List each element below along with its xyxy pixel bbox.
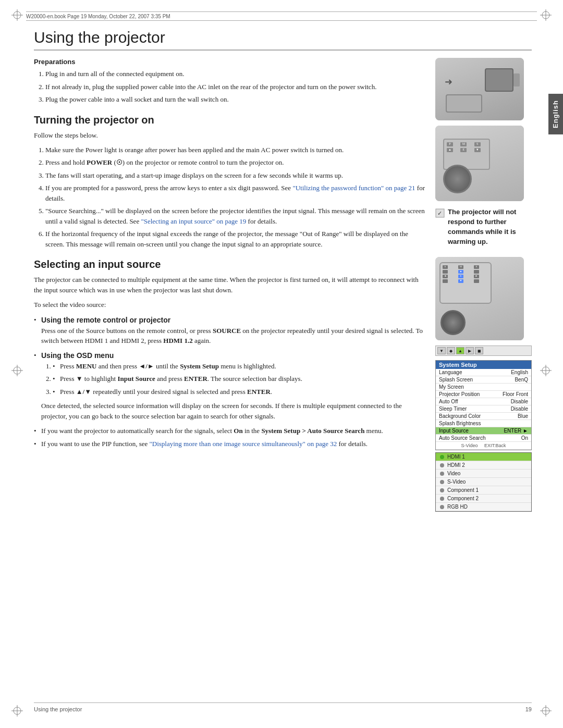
- corner-br: [540, 705, 552, 717]
- turn-step-1: Make sure the Power light is orange afte…: [45, 145, 425, 155]
- osd-menu-screenshot: ▼ ◆ ▲ ▶ ◼ System Setup LanguageEnglish S…: [435, 346, 532, 512]
- selecting-input-section: Selecting an input source The projector …: [34, 258, 425, 449]
- prep-step-2: If not already in, plug the supplied pow…: [45, 82, 425, 92]
- selecting-input-intro: The projector can be connected to multip…: [34, 275, 425, 295]
- pip-bullet: If you want to use the PIP function, see…: [34, 439, 425, 449]
- image-projector-remote: S M E ▲ ◄ E ► ▼: [435, 257, 524, 340]
- preparations-list: Plug in and turn all of the connected eq…: [45, 69, 425, 105]
- source-component2: Component 2: [436, 495, 531, 503]
- osd-step-3: Press ▲/▼ repeatedly until your desired …: [53, 387, 425, 397]
- header-text: W20000-en.book Page 19 Monday, October 2…: [26, 14, 170, 19]
- icon-4: ▶: [466, 347, 474, 354]
- note-box: ✓ The projector will not respond to furt…: [435, 207, 532, 246]
- osd-row-input: Input SourceENTER ►: [436, 427, 531, 435]
- turn-step-6: If the horizontal frequency of the input…: [45, 229, 425, 249]
- osd-row-my-screen: My Screen: [436, 384, 531, 391]
- icon-1: ▼: [437, 347, 446, 354]
- footer-bar: Using the projector 19: [34, 702, 532, 712]
- source-dot-svideo: [440, 480, 444, 484]
- source-dot-rgbhd: [440, 505, 444, 509]
- turning-on-steps: Make sure the Power light is orange afte…: [45, 145, 425, 250]
- additional-bullets: If you want the projector to automatical…: [34, 426, 425, 449]
- source-rgbhd: RGB HD: [436, 503, 531, 511]
- osd-row-auto-off: Auto OffDisable: [436, 398, 531, 405]
- prep-step-1: Plug in and turn all of the connected eq…: [45, 69, 425, 79]
- corner-tl: [11, 9, 23, 21]
- remote-control-heading: Using the remote control or projector: [41, 316, 170, 324]
- osd-container: System Setup LanguageEnglish Splash Scre…: [435, 360, 532, 450]
- page-title: Using the projector: [34, 29, 532, 51]
- note-icon: ✓: [435, 208, 445, 220]
- selecting-input-heading: Selecting an input source: [34, 258, 425, 270]
- osd-row-language: LanguageEnglish: [436, 369, 531, 376]
- source-dot-comp2: [440, 497, 444, 501]
- auto-search-bullet: If you want the projector to automatical…: [34, 426, 425, 436]
- english-tab: English: [548, 94, 563, 134]
- osd-menu-heading: Using the OSD menu: [41, 351, 114, 360]
- turning-on-intro: Follow the steps below.: [34, 130, 425, 141]
- source-dot-hdmi2: [440, 463, 444, 467]
- remote-control-list: Using the remote control or projector Pr…: [34, 315, 425, 346]
- note-text: The projector will not respond to furthe…: [448, 207, 532, 246]
- osd-row-brightness: Splash Brightness: [436, 420, 531, 427]
- icon-2: ◆: [447, 347, 455, 354]
- icon-3: ▲: [456, 347, 464, 354]
- source-svideo: S-Video: [436, 478, 531, 486]
- turning-on-heading: Turning the projector on: [34, 114, 425, 126]
- osd-row-bg-color: Background ColorBlue: [436, 413, 531, 420]
- image-projector-panel: P M S ▲ E ▼: [435, 126, 524, 201]
- to-select-text: To select the video source:: [34, 300, 425, 310]
- pip-link[interactable]: "Displaying more than one image source s…: [149, 440, 337, 448]
- preparations-section: Preparations Plug in and turn all of the…: [34, 58, 425, 105]
- selecting-input-link[interactable]: "Selecting an input source" on page 19: [141, 217, 246, 225]
- source-component1: Component 1: [436, 486, 531, 495]
- page-content: Using the projector Preparations Plug in…: [34, 29, 532, 699]
- osd-steps: Press MENU and then press ◄/► until the …: [53, 361, 425, 397]
- image-cable-plug: ➜: [435, 58, 524, 120]
- source-hdmi2: HDMI 2: [436, 461, 531, 470]
- source-dot-video: [440, 472, 444, 476]
- osd-after-steps: Once detected, the selected source infor…: [41, 401, 425, 422]
- header-bar: W20000-en.book Page 19 Monday, October 2…: [26, 11, 537, 21]
- source-dot-comp1: [440, 488, 444, 492]
- source-video: Video: [436, 470, 531, 478]
- turn-step-5: "Source Searching..." will be displayed …: [45, 206, 425, 226]
- password-link[interactable]: "Utilizing the password function" on pag…: [292, 184, 415, 192]
- main-layout: Preparations Plug in and turn all of the…: [34, 58, 532, 512]
- mid-left-mark: [11, 365, 23, 376]
- osd-menu-list: Using the OSD menu Press MENU and then p…: [34, 350, 425, 422]
- turning-on-section: Turning the projector on Follow the step…: [34, 114, 425, 250]
- osd-row-sleep: Sleep TimerDisable: [436, 405, 531, 413]
- source-hdmi1: HDMI 1: [436, 453, 531, 461]
- left-column: Preparations Plug in and turn all of the…: [34, 58, 425, 512]
- mid-right-mark: [540, 365, 552, 376]
- icon-5: ◼: [475, 347, 483, 354]
- osd-footer-row: S-Video EXIT:Back: [436, 442, 531, 450]
- osd-title: System Setup: [436, 361, 531, 369]
- prep-step-3: Plug the power cable into a wall socket …: [45, 94, 425, 105]
- toolbar-icons: ▼ ◆ ▲ ▶ ◼: [435, 346, 532, 356]
- osd-step-2: Press ▼ to highlight Input Source and pr…: [53, 374, 425, 384]
- remote-control-text: Press one of the Source buttons on the r…: [41, 327, 423, 345]
- turn-step-3: The fans will start operating, and a sta…: [45, 170, 425, 181]
- osd-row-position: Projector PositionFloor Front: [436, 391, 531, 398]
- turn-step-2: Press and hold POWER (☉) on the projecto…: [45, 157, 425, 168]
- osd-row-splash: Splash ScreenBenQ: [436, 376, 531, 384]
- footer-right: 19: [525, 706, 532, 712]
- corner-tr: [540, 9, 552, 21]
- osd-step-1: Press MENU and then press ◄/► until the …: [53, 361, 425, 372]
- corner-bl: [11, 705, 23, 717]
- osd-menu-item: Using the OSD menu Press MENU and then p…: [34, 350, 425, 422]
- source-selection-list: HDMI 1 HDMI 2 Video S-Video: [435, 452, 532, 512]
- turn-step-4: If you are prompted for a password, pres…: [45, 183, 425, 203]
- osd-row-auto-search: Auto Source SearchOn: [436, 435, 531, 442]
- svg-text:✓: ✓: [437, 210, 442, 216]
- remote-control-item: Using the remote control or projector Pr…: [34, 315, 425, 346]
- preparations-heading: Preparations: [34, 58, 425, 66]
- source-dot-hdmi1: [440, 455, 444, 459]
- footer-left: Using the projector: [34, 706, 82, 712]
- right-column: ➜ P M S ▲ E ▼: [435, 58, 532, 512]
